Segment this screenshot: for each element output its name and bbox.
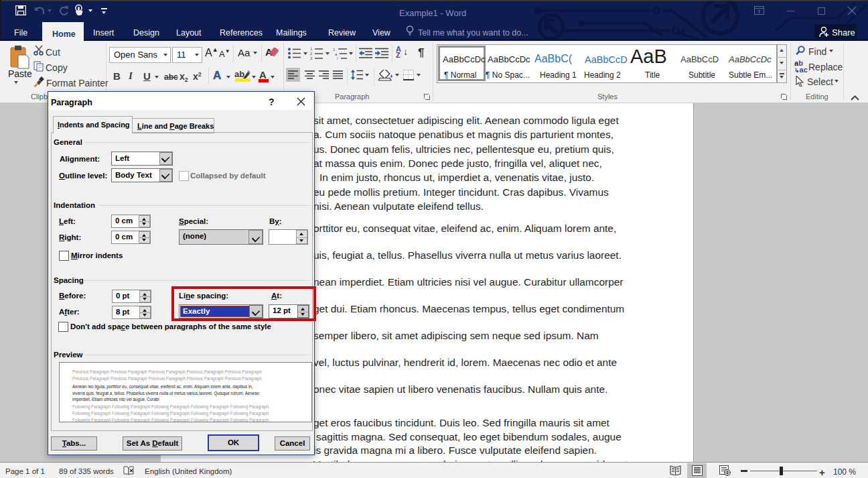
svg-text:1: 1 [310,47,313,51]
svg-text:i: i [337,56,338,60]
svg-text:1: 1 [333,48,336,52]
svg-text:3: 3 [310,56,313,60]
svg-text:2: 2 [310,52,313,56]
